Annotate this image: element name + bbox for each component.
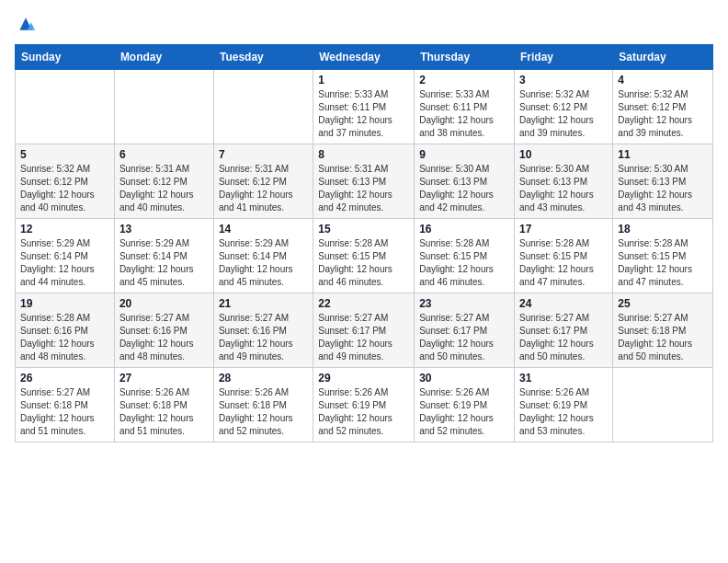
day-number: 5: [20, 148, 109, 161]
calendar-cell: 20Sunrise: 5:27 AM Sunset: 6:16 PM Dayli…: [114, 293, 213, 368]
calendar-cell: 16Sunrise: 5:28 AM Sunset: 6:15 PM Dayli…: [415, 219, 515, 293]
cell-sun-info: Sunrise: 5:28 AM Sunset: 6:15 PM Dayligh…: [519, 237, 608, 289]
cell-sun-info: Sunrise: 5:27 AM Sunset: 6:16 PM Dayligh…: [119, 312, 209, 363]
cell-sun-info: Sunrise: 5:27 AM Sunset: 6:17 PM Dayligh…: [519, 312, 608, 363]
calendar-cell: 23Sunrise: 5:27 AM Sunset: 6:17 PM Dayli…: [415, 293, 515, 368]
day-number: 2: [419, 74, 509, 86]
cell-content: 15Sunrise: 5:28 AM Sunset: 6:15 PM Dayli…: [318, 223, 409, 289]
calendar-table: SundayMondayTuesdayWednesdayThursdayFrid…: [15, 44, 713, 442]
cell-sun-info: Sunrise: 5:32 AM Sunset: 6:12 PM Dayligh…: [618, 88, 708, 140]
calendar-cell: 15Sunrise: 5:28 AM Sunset: 6:15 PM Dayli…: [313, 219, 415, 293]
cell-content: 28Sunrise: 5:26 AM Sunset: 6:18 PM Dayli…: [219, 372, 308, 438]
calendar-cell: 24Sunrise: 5:27 AM Sunset: 6:17 PM Dayli…: [515, 293, 613, 368]
cell-content: 4Sunrise: 5:32 AM Sunset: 6:12 PM Daylig…: [618, 74, 708, 140]
cell-content: 19Sunrise: 5:28 AM Sunset: 6:16 PM Dayli…: [20, 297, 109, 363]
calendar-cell: 12Sunrise: 5:29 AM Sunset: 6:14 PM Dayli…: [16, 219, 115, 293]
cell-sun-info: Sunrise: 5:26 AM Sunset: 6:18 PM Dayligh…: [119, 386, 209, 438]
day-number: 19: [20, 297, 109, 310]
cell-sun-info: Sunrise: 5:33 AM Sunset: 6:11 PM Dayligh…: [318, 88, 409, 140]
cell-sun-info: Sunrise: 5:26 AM Sunset: 6:19 PM Dayligh…: [519, 386, 608, 438]
cell-sun-info: Sunrise: 5:32 AM Sunset: 6:12 PM Dayligh…: [20, 163, 109, 214]
column-header-friday: Friday: [515, 45, 613, 70]
calendar-cell: 19Sunrise: 5:28 AM Sunset: 6:16 PM Dayli…: [16, 293, 115, 368]
calendar-cell: 3Sunrise: 5:32 AM Sunset: 6:12 PM Daylig…: [515, 70, 613, 144]
cell-content: 26Sunrise: 5:27 AM Sunset: 6:18 PM Dayli…: [20, 372, 109, 438]
calendar-cell: 22Sunrise: 5:27 AM Sunset: 6:17 PM Dayli…: [313, 293, 415, 368]
day-number: 26: [20, 372, 109, 385]
column-header-wednesday: Wednesday: [313, 45, 415, 70]
day-number: 8: [318, 148, 409, 161]
cell-content: 1Sunrise: 5:33 AM Sunset: 6:11 PM Daylig…: [318, 74, 409, 140]
calendar-cell: 27Sunrise: 5:26 AM Sunset: 6:18 PM Dayli…: [114, 368, 213, 442]
day-number: 1: [318, 74, 409, 86]
cell-sun-info: Sunrise: 5:29 AM Sunset: 6:14 PM Dayligh…: [119, 237, 209, 289]
cell-sun-info: Sunrise: 5:26 AM Sunset: 6:18 PM Dayligh…: [219, 386, 308, 438]
day-number: 10: [519, 148, 608, 161]
cell-content: 24Sunrise: 5:27 AM Sunset: 6:17 PM Dayli…: [519, 297, 608, 363]
cell-sun-info: Sunrise: 5:31 AM Sunset: 6:12 PM Dayligh…: [219, 163, 308, 214]
calendar-cell: 10Sunrise: 5:30 AM Sunset: 6:13 PM Dayli…: [515, 144, 613, 219]
cell-content: 18Sunrise: 5:28 AM Sunset: 6:15 PM Dayli…: [618, 223, 708, 289]
day-number: 16: [419, 223, 509, 236]
day-number: 21: [219, 297, 308, 310]
day-number: 18: [618, 223, 708, 236]
cell-sun-info: Sunrise: 5:26 AM Sunset: 6:19 PM Dayligh…: [419, 386, 509, 438]
calendar-cell: 7Sunrise: 5:31 AM Sunset: 6:12 PM Daylig…: [213, 144, 313, 219]
column-header-tuesday: Tuesday: [213, 45, 313, 70]
cell-sun-info: Sunrise: 5:30 AM Sunset: 6:13 PM Dayligh…: [618, 163, 708, 214]
calendar-cell: 17Sunrise: 5:28 AM Sunset: 6:15 PM Dayli…: [515, 219, 613, 293]
calendar-cell: 28Sunrise: 5:26 AM Sunset: 6:18 PM Dayli…: [213, 368, 313, 442]
cell-content: 23Sunrise: 5:27 AM Sunset: 6:17 PM Dayli…: [419, 297, 509, 363]
cell-sun-info: Sunrise: 5:28 AM Sunset: 6:15 PM Dayligh…: [618, 237, 708, 289]
page-header: [15, 15, 713, 33]
column-header-monday: Monday: [114, 45, 213, 70]
cell-content: 22Sunrise: 5:27 AM Sunset: 6:17 PM Dayli…: [318, 297, 409, 363]
day-number: 3: [519, 74, 608, 86]
cell-content: 9Sunrise: 5:30 AM Sunset: 6:13 PM Daylig…: [419, 148, 509, 214]
cell-sun-info: Sunrise: 5:27 AM Sunset: 6:16 PM Dayligh…: [219, 312, 308, 363]
calendar-cell: 14Sunrise: 5:29 AM Sunset: 6:14 PM Dayli…: [213, 219, 313, 293]
day-number: 29: [318, 372, 409, 385]
calendar-cell: 11Sunrise: 5:30 AM Sunset: 6:13 PM Dayli…: [613, 144, 713, 219]
calendar-cell: 1Sunrise: 5:33 AM Sunset: 6:11 PM Daylig…: [313, 70, 415, 144]
day-number: 28: [219, 372, 308, 385]
calendar-cell: [213, 70, 313, 144]
cell-sun-info: Sunrise: 5:28 AM Sunset: 6:15 PM Dayligh…: [419, 237, 509, 289]
day-number: 30: [419, 372, 509, 385]
calendar-cell: [613, 368, 713, 442]
cell-content: 2Sunrise: 5:33 AM Sunset: 6:11 PM Daylig…: [419, 74, 509, 140]
calendar-cell: 30Sunrise: 5:26 AM Sunset: 6:19 PM Dayli…: [415, 368, 515, 442]
cell-sun-info: Sunrise: 5:27 AM Sunset: 6:17 PM Dayligh…: [318, 312, 409, 363]
day-number: 24: [519, 297, 608, 310]
cell-content: 29Sunrise: 5:26 AM Sunset: 6:19 PM Dayli…: [318, 372, 409, 438]
cell-content: 10Sunrise: 5:30 AM Sunset: 6:13 PM Dayli…: [519, 148, 608, 214]
cell-content: 14Sunrise: 5:29 AM Sunset: 6:14 PM Dayli…: [219, 223, 308, 289]
day-number: 12: [20, 223, 109, 236]
cell-sun-info: Sunrise: 5:27 AM Sunset: 6:18 PM Dayligh…: [20, 386, 109, 438]
cell-sun-info: Sunrise: 5:26 AM Sunset: 6:19 PM Dayligh…: [318, 386, 409, 438]
logo-icon: [17, 15, 35, 33]
cell-sun-info: Sunrise: 5:33 AM Sunset: 6:11 PM Dayligh…: [419, 88, 509, 140]
calendar-cell: 4Sunrise: 5:32 AM Sunset: 6:12 PM Daylig…: [613, 70, 713, 144]
day-number: 4: [618, 74, 708, 86]
cell-sun-info: Sunrise: 5:28 AM Sunset: 6:15 PM Dayligh…: [318, 237, 409, 289]
calendar-week-4: 19Sunrise: 5:28 AM Sunset: 6:16 PM Dayli…: [16, 293, 713, 368]
calendar-cell: 18Sunrise: 5:28 AM Sunset: 6:15 PM Dayli…: [613, 219, 713, 293]
calendar-cell: 25Sunrise: 5:27 AM Sunset: 6:18 PM Dayli…: [613, 293, 713, 368]
day-number: 14: [219, 223, 308, 236]
calendar-header: SundayMondayTuesdayWednesdayThursdayFrid…: [16, 45, 713, 70]
cell-sun-info: Sunrise: 5:31 AM Sunset: 6:12 PM Dayligh…: [119, 163, 209, 214]
calendar-cell: 13Sunrise: 5:29 AM Sunset: 6:14 PM Dayli…: [114, 219, 213, 293]
calendar-cell: [16, 70, 115, 144]
cell-content: 31Sunrise: 5:26 AM Sunset: 6:19 PM Dayli…: [519, 372, 608, 438]
calendar-cell: 2Sunrise: 5:33 AM Sunset: 6:11 PM Daylig…: [415, 70, 515, 144]
calendar-week-3: 12Sunrise: 5:29 AM Sunset: 6:14 PM Dayli…: [16, 219, 713, 293]
calendar-cell: 26Sunrise: 5:27 AM Sunset: 6:18 PM Dayli…: [16, 368, 115, 442]
cell-content: 5Sunrise: 5:32 AM Sunset: 6:12 PM Daylig…: [20, 148, 109, 214]
day-number: 9: [419, 148, 509, 161]
cell-sun-info: Sunrise: 5:27 AM Sunset: 6:17 PM Dayligh…: [419, 312, 509, 363]
column-header-saturday: Saturday: [613, 45, 713, 70]
day-number: 6: [119, 148, 209, 161]
cell-content: 25Sunrise: 5:27 AM Sunset: 6:18 PM Dayli…: [618, 297, 708, 363]
day-number: 20: [119, 297, 209, 310]
